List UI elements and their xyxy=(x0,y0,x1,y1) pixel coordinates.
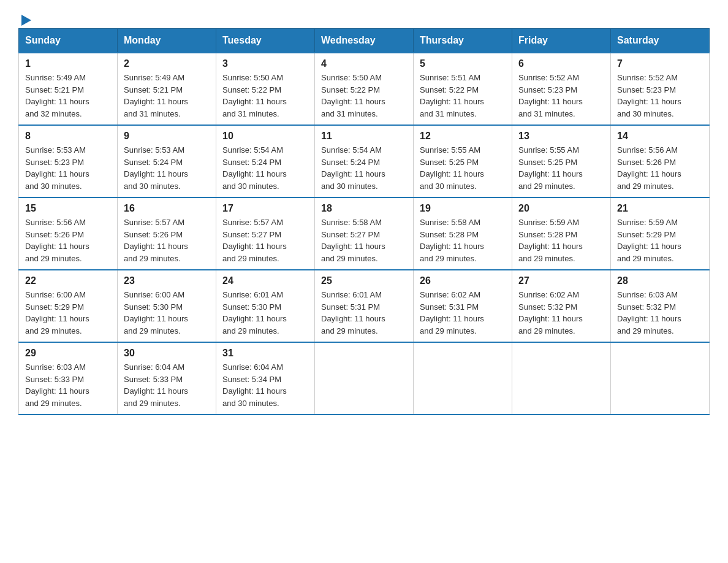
calendar-cell: 30 Sunrise: 6:04 AMSunset: 5:33 PMDaylig… xyxy=(118,342,216,415)
calendar-cell: 5 Sunrise: 5:51 AMSunset: 5:22 PMDayligh… xyxy=(414,53,512,125)
day-number: 11 xyxy=(321,131,407,142)
day-number: 2 xyxy=(124,58,210,69)
calendar-cell: 4 Sunrise: 5:50 AMSunset: 5:22 PMDayligh… xyxy=(315,53,414,125)
day-number: 6 xyxy=(518,58,604,69)
calendar-cell: 19 Sunrise: 5:58 AMSunset: 5:28 PMDaylig… xyxy=(414,197,512,270)
calendar-header-row: SundayMondayTuesdayWednesdayThursdayFrid… xyxy=(19,29,710,53)
day-number: 24 xyxy=(222,275,308,286)
weekday-header-saturday: Saturday xyxy=(611,29,710,53)
calendar-cell: 27 Sunrise: 6:02 AMSunset: 5:32 PMDaylig… xyxy=(512,270,611,342)
day-number: 12 xyxy=(420,131,506,142)
day-info: Sunrise: 5:55 AMSunset: 5:25 PMDaylight:… xyxy=(420,145,484,191)
day-number: 3 xyxy=(222,58,308,69)
calendar-table: SundayMondayTuesdayWednesdayThursdayFrid… xyxy=(18,28,710,415)
day-number: 1 xyxy=(25,58,111,69)
calendar-week-row: 8 Sunrise: 5:53 AMSunset: 5:23 PMDayligh… xyxy=(19,125,710,197)
day-number: 20 xyxy=(518,203,604,214)
calendar-cell: 17 Sunrise: 5:57 AMSunset: 5:27 PMDaylig… xyxy=(216,197,315,270)
day-info: Sunrise: 5:50 AMSunset: 5:22 PMDaylight:… xyxy=(222,73,287,118)
day-info: Sunrise: 5:52 AMSunset: 5:23 PMDaylight:… xyxy=(518,73,583,118)
day-info: Sunrise: 5:49 AMSunset: 5:21 PMDaylight:… xyxy=(124,73,188,118)
weekday-header-friday: Friday xyxy=(512,29,611,53)
day-number: 14 xyxy=(617,131,703,142)
calendar-week-row: 22 Sunrise: 6:00 AMSunset: 5:29 PMDaylig… xyxy=(19,270,710,342)
weekday-header-thursday: Thursday xyxy=(414,29,512,53)
day-number: 7 xyxy=(617,58,703,69)
day-number: 18 xyxy=(321,203,407,214)
day-info: Sunrise: 6:03 AMSunset: 5:33 PMDaylight:… xyxy=(25,362,89,408)
day-info: Sunrise: 5:57 AMSunset: 5:26 PMDaylight:… xyxy=(124,218,188,263)
day-number: 31 xyxy=(222,348,308,359)
calendar-cell: 7 Sunrise: 5:52 AMSunset: 5:23 PMDayligh… xyxy=(611,53,710,125)
day-number: 27 xyxy=(518,275,604,286)
calendar-cell xyxy=(414,342,512,415)
day-info: Sunrise: 5:58 AMSunset: 5:27 PMDaylight:… xyxy=(321,218,385,263)
calendar-cell: 18 Sunrise: 5:58 AMSunset: 5:27 PMDaylig… xyxy=(315,197,414,270)
calendar-cell: 23 Sunrise: 6:00 AMSunset: 5:30 PMDaylig… xyxy=(118,270,216,342)
calendar-cell: 1 Sunrise: 5:49 AMSunset: 5:21 PMDayligh… xyxy=(19,53,118,125)
day-number: 10 xyxy=(222,131,308,142)
day-number: 29 xyxy=(25,348,111,359)
logo-arrow-icon xyxy=(20,12,32,27)
calendar-cell: 14 Sunrise: 5:56 AMSunset: 5:26 PMDaylig… xyxy=(611,125,710,197)
day-number: 30 xyxy=(124,348,210,359)
page-header xyxy=(18,12,710,22)
day-info: Sunrise: 6:02 AMSunset: 5:31 PMDaylight:… xyxy=(420,290,484,335)
calendar-week-row: 15 Sunrise: 5:56 AMSunset: 5:26 PMDaylig… xyxy=(19,197,710,270)
day-info: Sunrise: 5:59 AMSunset: 5:29 PMDaylight:… xyxy=(617,218,681,263)
day-info: Sunrise: 5:49 AMSunset: 5:21 PMDaylight:… xyxy=(25,73,89,118)
calendar-cell: 13 Sunrise: 5:55 AMSunset: 5:25 PMDaylig… xyxy=(512,125,611,197)
calendar-cell: 20 Sunrise: 5:59 AMSunset: 5:28 PMDaylig… xyxy=(512,197,611,270)
day-number: 5 xyxy=(420,58,506,69)
calendar-cell: 25 Sunrise: 6:01 AMSunset: 5:31 PMDaylig… xyxy=(315,270,414,342)
day-number: 25 xyxy=(321,275,407,286)
svg-marker-0 xyxy=(21,15,31,26)
weekday-header-sunday: Sunday xyxy=(19,29,118,53)
day-info: Sunrise: 6:00 AMSunset: 5:29 PMDaylight:… xyxy=(25,290,89,335)
day-info: Sunrise: 5:57 AMSunset: 5:27 PMDaylight:… xyxy=(222,218,287,263)
day-info: Sunrise: 6:01 AMSunset: 5:30 PMDaylight:… xyxy=(222,290,287,335)
day-info: Sunrise: 6:03 AMSunset: 5:32 PMDaylight:… xyxy=(617,290,681,335)
day-number: 26 xyxy=(420,275,506,286)
calendar-week-row: 1 Sunrise: 5:49 AMSunset: 5:21 PMDayligh… xyxy=(19,53,710,125)
day-info: Sunrise: 6:01 AMSunset: 5:31 PMDaylight:… xyxy=(321,290,385,335)
calendar-cell: 26 Sunrise: 6:02 AMSunset: 5:31 PMDaylig… xyxy=(414,270,512,342)
weekday-header-wednesday: Wednesday xyxy=(315,29,414,53)
day-info: Sunrise: 5:54 AMSunset: 5:24 PMDaylight:… xyxy=(321,145,385,191)
calendar-cell: 29 Sunrise: 6:03 AMSunset: 5:33 PMDaylig… xyxy=(19,342,118,415)
day-number: 22 xyxy=(25,275,111,286)
day-number: 28 xyxy=(617,275,703,286)
day-number: 16 xyxy=(124,203,210,214)
calendar-week-row: 29 Sunrise: 6:03 AMSunset: 5:33 PMDaylig… xyxy=(19,342,710,415)
calendar-cell: 12 Sunrise: 5:55 AMSunset: 5:25 PMDaylig… xyxy=(414,125,512,197)
day-number: 19 xyxy=(420,203,506,214)
calendar-cell xyxy=(512,342,611,415)
day-number: 21 xyxy=(617,203,703,214)
calendar-cell: 22 Sunrise: 6:00 AMSunset: 5:29 PMDaylig… xyxy=(19,270,118,342)
day-number: 4 xyxy=(321,58,407,69)
day-number: 13 xyxy=(518,131,604,142)
calendar-cell: 24 Sunrise: 6:01 AMSunset: 5:30 PMDaylig… xyxy=(216,270,315,342)
calendar-cell xyxy=(315,342,414,415)
day-info: Sunrise: 5:58 AMSunset: 5:28 PMDaylight:… xyxy=(420,218,484,263)
day-info: Sunrise: 5:59 AMSunset: 5:28 PMDaylight:… xyxy=(518,218,583,263)
day-number: 17 xyxy=(222,203,308,214)
day-number: 15 xyxy=(25,203,111,214)
calendar-cell: 31 Sunrise: 6:04 AMSunset: 5:34 PMDaylig… xyxy=(216,342,315,415)
calendar-cell: 8 Sunrise: 5:53 AMSunset: 5:23 PMDayligh… xyxy=(19,125,118,197)
calendar-cell: 6 Sunrise: 5:52 AMSunset: 5:23 PMDayligh… xyxy=(512,53,611,125)
day-info: Sunrise: 5:56 AMSunset: 5:26 PMDaylight:… xyxy=(25,218,89,263)
day-info: Sunrise: 5:56 AMSunset: 5:26 PMDaylight:… xyxy=(617,145,681,191)
calendar-cell: 28 Sunrise: 6:03 AMSunset: 5:32 PMDaylig… xyxy=(611,270,710,342)
calendar-cell: 15 Sunrise: 5:56 AMSunset: 5:26 PMDaylig… xyxy=(19,197,118,270)
calendar-cell: 11 Sunrise: 5:54 AMSunset: 5:24 PMDaylig… xyxy=(315,125,414,197)
day-info: Sunrise: 5:52 AMSunset: 5:23 PMDaylight:… xyxy=(617,73,681,118)
day-info: Sunrise: 5:51 AMSunset: 5:22 PMDaylight:… xyxy=(420,73,484,118)
day-info: Sunrise: 6:04 AMSunset: 5:33 PMDaylight:… xyxy=(124,362,188,408)
calendar-cell: 9 Sunrise: 5:53 AMSunset: 5:24 PMDayligh… xyxy=(118,125,216,197)
calendar-cell xyxy=(611,342,710,415)
calendar-cell: 2 Sunrise: 5:49 AMSunset: 5:21 PMDayligh… xyxy=(118,53,216,125)
calendar-cell: 10 Sunrise: 5:54 AMSunset: 5:24 PMDaylig… xyxy=(216,125,315,197)
day-info: Sunrise: 6:04 AMSunset: 5:34 PMDaylight:… xyxy=(222,362,287,408)
logo xyxy=(18,12,32,22)
